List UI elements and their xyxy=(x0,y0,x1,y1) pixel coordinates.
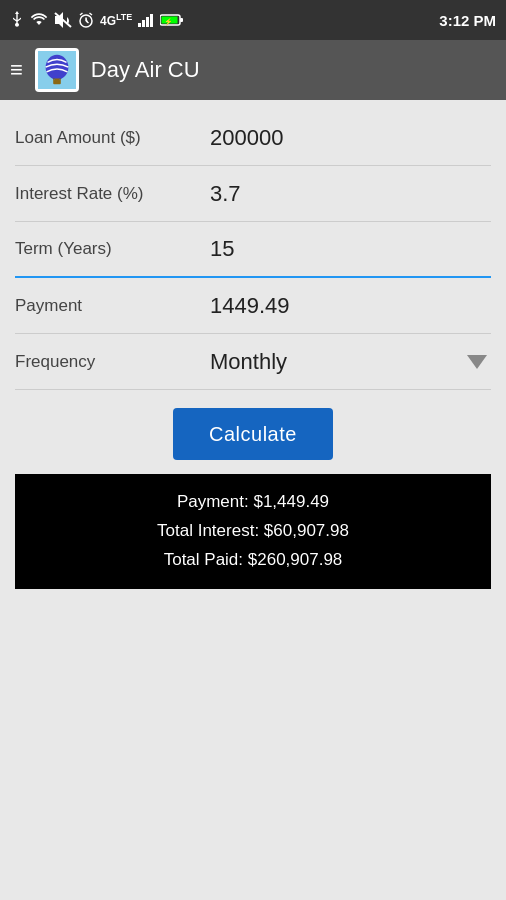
svg-rect-11 xyxy=(180,18,183,22)
payment-row: Payment 1449.49 xyxy=(15,278,491,334)
interest-rate-label: Interest Rate (%) xyxy=(15,184,210,204)
signal-icon xyxy=(30,13,48,27)
dropdown-arrow-icon xyxy=(467,355,487,369)
results-panel: Payment: $1,449.49 Total Interest: $60,9… xyxy=(15,474,491,589)
status-time: 3:12 PM xyxy=(439,12,496,29)
results-text: Payment: $1,449.49 Total Interest: $60,9… xyxy=(35,488,471,575)
payment-result: Payment: $1,449.49 xyxy=(35,488,471,517)
calculate-button[interactable]: Calculate xyxy=(173,408,333,460)
svg-text:⚡: ⚡ xyxy=(164,17,173,26)
total-interest-result: Total Interest: $60,907.98 xyxy=(35,517,471,546)
battery-icon: ⚡ xyxy=(160,13,184,27)
svg-line-5 xyxy=(90,13,93,15)
interest-rate-input[interactable] xyxy=(210,181,491,207)
app-title: Day Air CU xyxy=(91,57,200,83)
menu-icon[interactable]: ≡ xyxy=(10,57,23,83)
svg-rect-8 xyxy=(146,17,149,27)
status-left-icons: 4GLTE ⚡ xyxy=(10,10,184,30)
app-logo xyxy=(35,48,79,92)
svg-point-15 xyxy=(45,55,68,80)
usb-icon xyxy=(10,10,24,30)
svg-line-3 xyxy=(86,21,89,23)
loan-amount-label: Loan Amount ($) xyxy=(15,128,210,148)
total-paid-result: Total Paid: $260,907.98 xyxy=(35,546,471,575)
lte-badge: 4GLTE xyxy=(100,12,132,28)
mute-icon xyxy=(54,12,72,28)
frequency-value: Monthly xyxy=(210,349,467,375)
main-content: Loan Amount ($) Interest Rate (%) Term (… xyxy=(0,100,506,599)
payment-label: Payment xyxy=(15,296,210,316)
app-header: ≡ Day Air CU xyxy=(0,40,506,100)
term-row: Term (Years) xyxy=(15,222,491,278)
term-label: Term (Years) xyxy=(15,239,210,259)
frequency-row[interactable]: Frequency Monthly xyxy=(15,334,491,390)
svg-rect-9 xyxy=(150,14,153,27)
frequency-select-wrapper[interactable]: Monthly xyxy=(210,349,491,375)
status-bar: 4GLTE ⚡ 3:12 PM xyxy=(0,0,506,40)
interest-rate-row: Interest Rate (%) xyxy=(15,166,491,222)
svg-rect-6 xyxy=(138,23,141,27)
svg-line-4 xyxy=(80,13,83,15)
loan-amount-row: Loan Amount ($) xyxy=(15,110,491,166)
svg-rect-7 xyxy=(142,20,145,27)
term-input[interactable] xyxy=(210,236,491,262)
loan-amount-input[interactable] xyxy=(210,125,491,151)
signal-bars-icon xyxy=(138,13,154,27)
frequency-label: Frequency xyxy=(15,352,210,372)
payment-value: 1449.49 xyxy=(210,293,491,319)
alarm-icon xyxy=(78,12,94,28)
